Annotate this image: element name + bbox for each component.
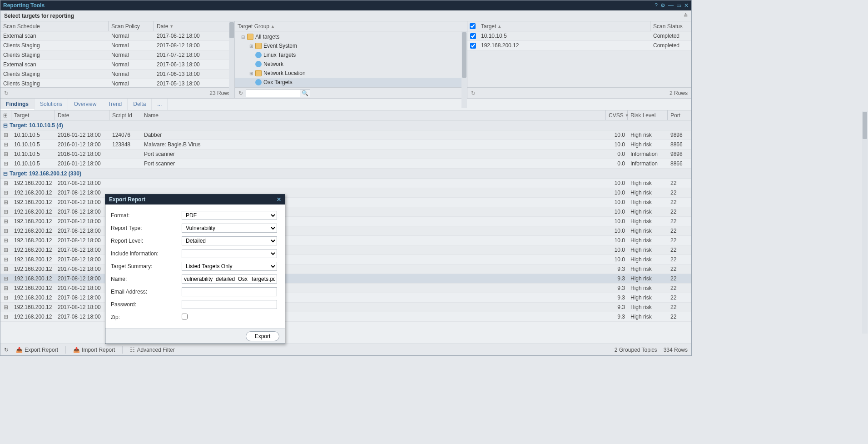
finding-row[interactable]: ⊞192.168.200.122017-08-12 18:0010.0High … xyxy=(0,188,691,198)
expand-icon[interactable]: ⊞ xyxy=(0,274,11,283)
col-name[interactable]: Name xyxy=(141,110,606,120)
col-date[interactable]: Date▼ xyxy=(154,21,234,31)
close-icon[interactable]: ✕ xyxy=(684,2,689,9)
tree-item[interactable]: Network xyxy=(235,60,467,69)
finding-row[interactable]: ⊞10.10.10.52016-01-12 18:00Port scanner0… xyxy=(0,150,691,159)
expand-icon[interactable]: ⊞ xyxy=(0,140,11,149)
col-expand[interactable]: ⊞ xyxy=(0,110,11,120)
tab-...[interactable]: ... xyxy=(152,99,168,110)
finding-row[interactable]: ⊞192.168.200.122017-08-12 18:0010.0High … xyxy=(0,236,691,245)
report-type-select[interactable]: Vulnerability xyxy=(182,224,277,233)
expand-icon[interactable]: ⊞ xyxy=(0,293,11,302)
schedule-row[interactable]: Clients StagingNormal2017-05-13 18:00 xyxy=(0,79,234,87)
expand-icon[interactable]: ⊞ xyxy=(0,198,11,207)
finding-row[interactable]: ⊞192.168.200.122017-08-12 18:00le Execut… xyxy=(0,303,691,312)
tab-delta[interactable]: Delta xyxy=(128,99,152,110)
expand-icon[interactable]: ⊞ xyxy=(0,264,11,274)
zip-checkbox[interactable] xyxy=(182,314,188,319)
format-select[interactable]: PDF xyxy=(182,211,277,220)
col-target-group[interactable]: Target Group▲ xyxy=(235,21,467,31)
include-select[interactable] xyxy=(182,249,277,258)
tree-item[interactable]: ⊞Network Location xyxy=(235,69,467,78)
finding-row[interactable]: ⊞192.168.200.122017-08-12 18:009.3High r… xyxy=(0,293,691,303)
scrollbar-thumb[interactable] xyxy=(462,32,466,78)
expand-icon[interactable]: ⊞ xyxy=(0,226,11,235)
group-row[interactable]: ⊟Target: 192.168.200.12 (330) xyxy=(0,169,691,179)
col-cvss[interactable]: CVSS▼ xyxy=(606,110,628,120)
expand-icon[interactable]: ⊞ xyxy=(0,159,11,168)
tree-toggle-icon[interactable]: ⊞ xyxy=(248,44,253,49)
col-risk[interactable]: Risk Level xyxy=(628,110,668,120)
expand-icon[interactable]: ⊞ xyxy=(0,303,11,312)
maximize-icon[interactable]: ▭ xyxy=(676,2,681,9)
col-scriptid[interactable]: Script Id xyxy=(109,110,141,120)
search-input[interactable] xyxy=(246,89,300,97)
report-level-select[interactable]: Detailed xyxy=(182,236,277,245)
tab-findings[interactable]: Findings xyxy=(0,99,35,110)
col-scan-schedule[interactable]: Scan Schedule xyxy=(0,21,109,31)
schedule-row[interactable]: Clients StagingNormal2017-06-13 18:00 xyxy=(0,70,234,79)
collapse-icon[interactable]: ≙ xyxy=(684,13,688,19)
import-report-button[interactable]: 📤Import Report xyxy=(71,346,117,354)
finding-row[interactable]: ⊞192.168.200.122017-08-12 18:00ity9.3Hig… xyxy=(0,264,691,274)
col-port[interactable]: Port xyxy=(668,110,691,120)
finding-row[interactable]: ⊞10.10.10.52016-01-12 18:00123848Malware… xyxy=(0,140,691,150)
finding-row[interactable]: ⊞10.10.10.52016-01-12 18:00Port scanner0… xyxy=(0,159,691,169)
refresh-icon[interactable]: ↻ xyxy=(4,90,9,96)
scrollbar[interactable] xyxy=(862,111,868,334)
finding-row[interactable]: ⊞10.10.10.52016-01-12 18:00124076Dabber1… xyxy=(0,130,691,140)
finding-row[interactable]: ⊞192.168.200.122017-08-12 18:00ability10… xyxy=(0,207,691,217)
finding-row[interactable]: ⊞192.168.200.122017-08-12 18:00le Execut… xyxy=(0,312,691,322)
tree-toggle-icon[interactable]: ⊞ xyxy=(248,71,253,76)
group-row[interactable]: ⊟Target: 10.10.10.5 (4) xyxy=(0,120,691,130)
finding-row[interactable]: ⊞192.168.200.122017-08-12 18:0010.0High … xyxy=(0,255,691,264)
tab-trend[interactable]: Trend xyxy=(102,99,128,110)
tab-overview[interactable]: Overview xyxy=(68,99,102,110)
target-row[interactable]: 192.168.200.12Completed xyxy=(467,41,691,50)
export-report-button[interactable]: 📥Export Report xyxy=(14,346,60,354)
finding-row[interactable]: ⊞192.168.200.122017-08-12 18:00ity9.3Hig… xyxy=(0,274,691,284)
expand-icon[interactable]: ⊞ xyxy=(0,255,11,264)
minimize-icon[interactable]: — xyxy=(668,2,674,9)
tree-item[interactable]: ⊟All targets xyxy=(235,32,467,41)
col-target[interactable]: Target xyxy=(11,110,55,120)
expand-icon[interactable]: ⊞ xyxy=(0,312,11,321)
expand-icon[interactable]: ⊞ xyxy=(0,236,11,245)
target-checkbox[interactable] xyxy=(470,43,476,49)
finding-row[interactable]: ⊞192.168.200.122017-08-12 18:00n Vulnera… xyxy=(0,284,691,293)
expand-icon[interactable]: ⊞ xyxy=(0,217,11,226)
expand-icon[interactable]: ⊞ xyxy=(0,150,11,159)
checkbox-all[interactable] xyxy=(470,23,476,29)
target-checkbox[interactable] xyxy=(470,33,476,39)
password-input[interactable] xyxy=(182,300,277,309)
tab-solutions[interactable]: Solutions xyxy=(35,99,68,110)
help-icon[interactable]: ? xyxy=(655,2,658,9)
finding-row[interactable]: ⊞192.168.200.122017-08-12 18:0010.0High … xyxy=(0,179,691,188)
search-icon[interactable]: 🔍 xyxy=(300,89,310,97)
expand-icon[interactable]: ⊞ xyxy=(0,130,11,140)
name-input[interactable] xyxy=(182,274,277,284)
schedule-row[interactable]: Clients StagingNormal2017-08-12 18:00 xyxy=(0,41,234,50)
finding-row[interactable]: ⊞192.168.200.122017-08-12 18:00ary Code … xyxy=(0,217,691,226)
refresh-icon[interactable]: ↻ xyxy=(238,90,243,96)
scrollbar[interactable] xyxy=(461,31,467,108)
export-button[interactable]: Export xyxy=(246,331,279,341)
advanced-filter-button[interactable]: ☷Advanced Filter xyxy=(128,346,176,354)
gear-icon[interactable]: ⚙ xyxy=(660,2,665,9)
scrollbar-thumb[interactable] xyxy=(229,22,234,38)
expand-icon[interactable]: ⊞ xyxy=(0,207,11,216)
finding-row[interactable]: ⊞192.168.200.122017-08-12 18:0010.0High … xyxy=(0,198,691,207)
email-input[interactable] xyxy=(182,287,277,296)
expand-icon[interactable]: ⊞ xyxy=(0,245,11,254)
target-summary-select[interactable]: Listed Targets Only xyxy=(182,262,277,271)
target-row[interactable]: 10.10.10.5Completed xyxy=(467,31,691,41)
col-target[interactable]: Target▲ xyxy=(478,21,650,31)
tree-item[interactable]: Osx Targets xyxy=(235,78,467,87)
col-scan-status[interactable]: Scan Status xyxy=(650,21,691,31)
finding-row[interactable]: ⊞192.168.200.122017-08-12 18:0010.0High … xyxy=(0,245,691,255)
col-scan-policy[interactable]: Scan Policy xyxy=(109,21,154,31)
scrollbar-thumb[interactable] xyxy=(863,112,867,139)
collapse-icon[interactable]: ⊟ xyxy=(3,170,8,177)
dialog-title-bar[interactable]: Export Report ✕ xyxy=(105,195,285,205)
refresh-icon[interactable]: ↻ xyxy=(4,347,9,353)
